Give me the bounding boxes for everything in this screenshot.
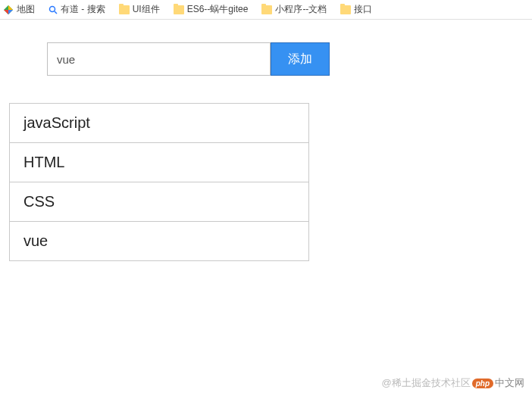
list-item: javaScript [10, 104, 308, 143]
watermark-site: 中文网 [495, 376, 524, 390]
bookmark-label: ES6--蜗牛gitee [187, 3, 249, 16]
bookmark-maps[interactable]: 地图 [3, 3, 35, 16]
bookmark-folder-api[interactable]: 接口 [340, 3, 372, 16]
folder-icon [174, 5, 184, 14]
bookmark-search[interactable]: 有道 - 搜索 [49, 3, 105, 16]
list-item: vue [10, 222, 308, 260]
bookmark-folder-es6[interactable]: ES6--蜗牛gitee [174, 3, 249, 16]
input-area: 添加 [47, 42, 532, 76]
item-list: javaScript HTML CSS vue [9, 103, 309, 261]
bookmark-label: 小程序--文档 [275, 3, 327, 16]
item-input[interactable] [47, 42, 271, 76]
svg-line-5 [55, 11, 57, 14]
watermark-community: @稀土掘金技术社区 [381, 376, 470, 390]
svg-marker-2 [8, 10, 13, 14]
list-item: HTML [10, 143, 308, 182]
watermark: @稀土掘金技术社区 php 中文网 [381, 376, 524, 390]
folder-icon [340, 5, 351, 14]
bookmark-label: 有道 - 搜索 [61, 3, 105, 16]
svg-point-4 [50, 6, 55, 11]
bookmark-label: 接口 [354, 3, 372, 16]
bookmark-label: 地图 [17, 3, 35, 16]
bookmark-folder-ui[interactable]: UI组件 [119, 3, 160, 16]
search-icon [49, 5, 58, 14]
folder-icon [261, 5, 272, 14]
php-badge: php [472, 379, 493, 388]
list-item: CSS [10, 182, 308, 222]
bookmark-label: UI组件 [133, 3, 160, 16]
add-button[interactable]: 添加 [271, 42, 330, 76]
folder-icon [119, 5, 130, 14]
bookmark-folder-miniprogram[interactable]: 小程序--文档 [261, 3, 327, 16]
svg-marker-1 [8, 5, 13, 10]
maps-icon [3, 5, 14, 15]
svg-marker-3 [4, 10, 8, 14]
bookmark-bar: 地图 有道 - 搜索 UI组件 ES6--蜗牛gitee 小程序--文档 接口 [0, 0, 532, 20]
